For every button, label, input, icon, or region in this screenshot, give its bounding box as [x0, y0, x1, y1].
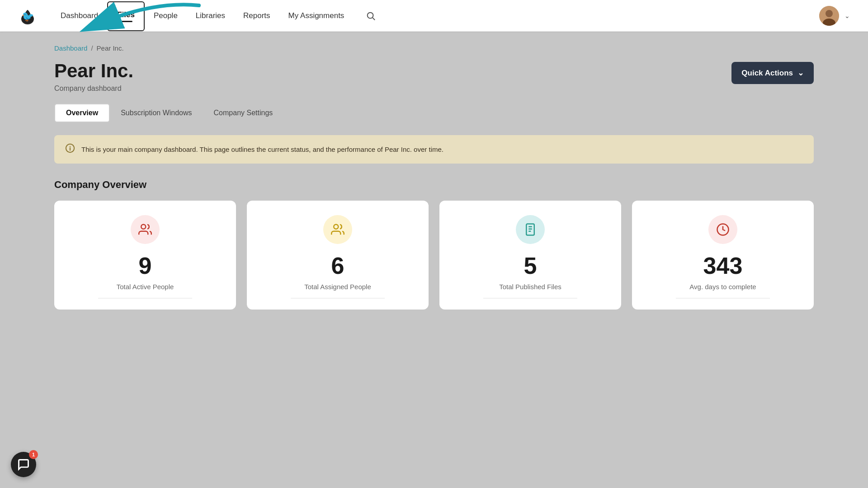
section-company-overview: Company Overview [54, 179, 814, 191]
stat-label-published-files: Total Published Files [499, 283, 561, 291]
breadcrumb-separator: / [91, 44, 93, 52]
nav-item-libraries[interactable]: Libraries [187, 0, 234, 32]
stats-grid: 9 Total Active People 6 Total Assigned P… [54, 201, 814, 310]
info-banner-text: This is your main company dashboard. Thi… [81, 145, 443, 153]
nav-item-files[interactable]: Files [107, 1, 145, 31]
svg-line-4 [373, 18, 375, 20]
stat-divider-4 [676, 298, 770, 299]
tab-row: Overview Subscription Windows Company Se… [54, 103, 814, 122]
stat-icon-avg-days [708, 215, 737, 244]
page-header: Pear Inc. Company dashboard Quick Action… [54, 60, 814, 93]
svg-point-12 [141, 225, 146, 229]
quick-actions-chevron: ⌄ [797, 68, 804, 78]
stat-icon-assigned-people [323, 215, 352, 244]
stat-value-published-files: 5 [524, 252, 537, 279]
user-menu-chevron[interactable]: ⌄ [844, 12, 850, 19]
user-avatar[interactable] [819, 6, 839, 26]
stat-icon-published-files [516, 215, 545, 244]
nav-items: Dashboard Files People Libraries Reports… [52, 0, 819, 32]
brand-logo[interactable]: 🐦 [18, 6, 37, 25]
nav-item-dashboard[interactable]: Dashboard [52, 0, 107, 32]
stat-value-active-people: 9 [139, 252, 152, 279]
stat-label-active-people: Total Active People [117, 283, 174, 291]
nav-right: ⌄ [819, 6, 850, 26]
stat-value-assigned-people: 6 [331, 252, 344, 279]
quick-actions-button[interactable]: Quick Actions ⌄ [731, 62, 814, 84]
svg-point-13 [334, 225, 338, 229]
stat-divider-2 [291, 298, 385, 299]
breadcrumb-home[interactable]: Dashboard [54, 44, 87, 52]
svg-text:🐦: 🐦 [22, 10, 34, 23]
svg-point-6 [826, 10, 833, 17]
stat-card-avg-days: 343 Avg. days to complete [632, 201, 814, 310]
breadcrumb-current: Pear Inc. [97, 44, 124, 52]
stat-value-avg-days: 343 [703, 252, 743, 279]
stat-card-published-files: 5 Total Published Files [439, 201, 621, 310]
info-banner: This is your main company dashboard. Thi… [54, 135, 814, 164]
nav-item-reports[interactable]: Reports [234, 0, 279, 32]
tab-company-settings[interactable]: Company Settings [203, 104, 284, 122]
main-content: Dashboard / Pear Inc. Pear Inc. Company … [0, 32, 868, 310]
nav-item-people[interactable]: People [145, 0, 187, 32]
bottom-widget[interactable]: 1 [11, 452, 36, 477]
files-active-indicator [120, 21, 132, 22]
bottom-widget-button[interactable]: 1 [11, 452, 36, 477]
tab-subscription-windows[interactable]: Subscription Windows [110, 104, 203, 122]
page-title: Pear Inc. [54, 60, 133, 82]
breadcrumb: Dashboard / Pear Inc. [54, 44, 814, 52]
navbar: 🐦 Dashboard Files People Libraries Repor… [0, 0, 868, 32]
nav-item-my-assignments[interactable]: My Assignments [279, 0, 354, 32]
page-title-section: Pear Inc. Company dashboard [54, 60, 133, 93]
quick-actions-label: Quick Actions [741, 69, 793, 78]
info-icon [65, 143, 75, 155]
stat-divider [98, 298, 192, 299]
notification-badge: 1 [29, 450, 38, 459]
search-button[interactable] [357, 0, 385, 32]
tab-overview[interactable]: Overview [54, 103, 110, 122]
svg-point-3 [368, 12, 373, 18]
stat-label-avg-days: Avg. days to complete [689, 283, 756, 291]
stat-label-assigned-people: Total Assigned People [304, 283, 371, 291]
stat-icon-active-people [131, 215, 160, 244]
stat-divider-3 [483, 298, 577, 299]
stat-card-active-people: 9 Total Active People [54, 201, 236, 310]
page-subtitle: Company dashboard [54, 84, 133, 93]
stat-card-assigned-people: 6 Total Assigned People [247, 201, 429, 310]
